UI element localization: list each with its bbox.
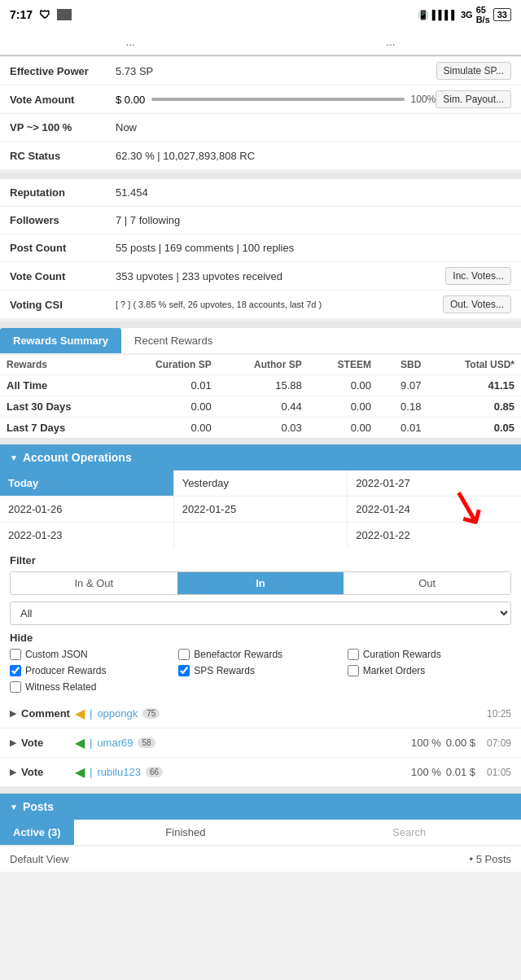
vote-dollar-value: $ 0.00 [116, 94, 145, 106]
activity-user-link[interactable]: umar69 [97, 737, 133, 749]
activity-direction-icon: ◀ [75, 764, 85, 780]
posts-title: Posts [23, 800, 54, 813]
activity-time: 07:09 [487, 737, 511, 749]
activity-user-link[interactable]: rubilu123 [97, 766, 141, 778]
hide-checkbox[interactable] [10, 649, 21, 660]
activity-type-label: Vote [21, 737, 70, 749]
date-cell[interactable]: 2022-01-27 [348, 470, 521, 496]
vp-row: VP ~> 100 % Now [0, 114, 521, 142]
out-votes-button[interactable]: Out. Votes... [443, 295, 511, 313]
date-cell[interactable]: Today [0, 470, 173, 496]
date-cell[interactable]: 2022-01-23 [0, 523, 173, 548]
rewards-table-row: Last 30 Days 0.00 0.44 0.00 0.18 0.85 [0, 396, 521, 418]
hide-checkbox[interactable] [10, 665, 21, 676]
date-cell[interactable]: 2022-01-22 [348, 523, 521, 548]
activity-item: ▶ Vote ◀ | umar69 58 100 % 0.00 $ 07:09 [0, 728, 521, 758]
time-display: 7:17 [10, 8, 33, 21]
hide-checkbox-item: Benefactor Rewards [178, 649, 342, 660]
hide-checkbox[interactable] [178, 665, 190, 676]
col-rewards: Rewards [0, 355, 116, 375]
hide-checkbox-label: Benefactor Rewards [194, 649, 282, 660]
activity-separator: | [90, 766, 92, 778]
date-cell[interactable]: 2022-01-26 [0, 497, 173, 522]
date-cell[interactable]: 2022-01-24 [348, 497, 521, 522]
activity-list: ▶ Comment ◀ | oppongk 75 10:25 ▶ Vote ◀ … [0, 699, 521, 787]
hide-checkbox-item: Witness Related [10, 681, 173, 693]
activity-expand-icon[interactable]: ▶ [10, 767, 16, 777]
activity-type-label: Vote [21, 766, 70, 778]
activity-amount: 0.01 $ [446, 766, 475, 778]
col-steem: STEEM [309, 355, 378, 375]
activity-time: 01:05 [487, 767, 511, 778]
vote-pct-label: 100% [411, 94, 436, 105]
default-view-row: Default View • 5 Posts [0, 846, 521, 872]
activity-user-link[interactable]: oppongk [97, 707, 138, 720]
vote-count-value: 353 upvotes | 233 upvotes received [116, 270, 445, 282]
activity-expand-icon[interactable]: ▶ [10, 708, 16, 719]
date-cell[interactable] [174, 523, 348, 548]
date-cell[interactable]: Yesterday [174, 470, 348, 496]
effective-power-value: 5.73 SP [116, 65, 436, 77]
sim-payout-button[interactable]: Sim. Payout... [436, 90, 511, 108]
filter-in-btn[interactable]: In [177, 572, 344, 594]
rewards-summary-tabs: Rewards Summary Recent Rewards [0, 328, 521, 355]
finished-posts-tab[interactable]: Finished [74, 820, 298, 845]
activity-expand-icon[interactable]: ▶ [10, 737, 16, 748]
account-operations-section: ▼ Account Operations TodayYesterday2022-… [0, 444, 521, 699]
rewards-row-label: All Time [0, 375, 116, 396]
rewards-total-usd: 0.85 [427, 396, 521, 418]
chevron-down-icon: ▼ [10, 453, 18, 462]
battery-indicator: 33 [493, 8, 511, 21]
activity-direction-icon: ◀ [75, 735, 85, 750]
rewards-steem: 0.00 [309, 375, 378, 396]
recent-rewards-tab[interactable]: Recent Rewards [121, 328, 225, 353]
hide-checkbox[interactable] [10, 681, 21, 693]
date-grid: TodayYesterday2022-01-272022-01-262022-0… [0, 470, 521, 548]
hide-checkbox[interactable] [348, 665, 359, 676]
top-tab-1[interactable]: ... [0, 29, 260, 56]
voting-csi-row: Voting CSI [ ? ] ( 3.85 % self, 26 upvot… [0, 291, 521, 318]
simulate-sp-button[interactable]: Simulate SP... [436, 62, 511, 80]
hide-checkbox-label: Custom JSON [25, 649, 88, 660]
hide-checkbox[interactable] [178, 649, 190, 660]
filter-out-btn[interactable]: Out [344, 572, 510, 594]
filter-dropdown[interactable]: All [10, 602, 511, 625]
post-count-value: 55 posts | 169 comments | 100 replies [116, 242, 511, 254]
bullet-icon: • [469, 853, 473, 865]
search-posts-tab[interactable]: Search [297, 820, 521, 845]
hide-checkbox-label: Witness Related [25, 681, 96, 693]
hide-checkbox[interactable] [348, 649, 359, 660]
inc-votes-button[interactable]: Inc. Votes... [445, 267, 511, 285]
top-tabs: ... ... [0, 29, 521, 57]
rewards-summary-tab[interactable]: Rewards Summary [0, 328, 121, 353]
col-curation-sp: Curation SP [116, 355, 218, 375]
filter-in-out-btn[interactable]: In & Out [11, 572, 177, 594]
signal-bars: ▌▌▌▌ [432, 10, 458, 20]
voting-csi-value: [ ? ] ( 3.85 % self, 26 upvotes, 18 acco… [116, 300, 443, 309]
top-tab-2[interactable]: ... [260, 29, 521, 56]
social-stats-section: Reputation 51.454 Followers 7 | 7 follow… [0, 179, 521, 318]
activity-user-badge: 66 [146, 767, 163, 777]
posts-section: ▼ Posts Active (3) Finished Search Defau… [0, 794, 521, 872]
hide-checkbox-label: Curation Rewards [363, 649, 441, 660]
rewards-author-sp: 0.44 [218, 396, 309, 418]
stats-section: Effective Power 5.73 SP Simulate SP... V… [0, 57, 521, 169]
hide-checkbox-label: Producer Rewards [25, 665, 106, 676]
reputation-row: Reputation 51.454 [0, 179, 521, 207]
hide-checkbox-item: Custom JSON [10, 649, 173, 660]
checkbox-grid: Custom JSON Benefactor Rewards Curation … [10, 649, 511, 693]
vote-count-row: Vote Count 353 upvotes | 233 upvotes rec… [0, 262, 521, 291]
hide-label: Hide [10, 632, 511, 644]
rewards-curation-sp: 0.00 [116, 396, 218, 418]
activity-separator: | [90, 707, 92, 720]
rewards-table-row: All Time 0.01 15.88 0.00 9.07 41.15 [0, 375, 521, 396]
shield-icon: 🛡 [39, 8, 50, 21]
activity-pct: 100 % [411, 766, 441, 778]
vp-value: Now [116, 121, 511, 133]
date-cell[interactable]: 2022-01-25 [174, 497, 348, 522]
active-posts-tab[interactable]: Active (3) [0, 820, 74, 845]
hide-checkbox-item: Producer Rewards [10, 665, 173, 676]
activity-type-label: Comment [21, 707, 70, 720]
activity-amount: 0.00 $ [446, 737, 475, 749]
vote-slider[interactable] [151, 98, 404, 101]
